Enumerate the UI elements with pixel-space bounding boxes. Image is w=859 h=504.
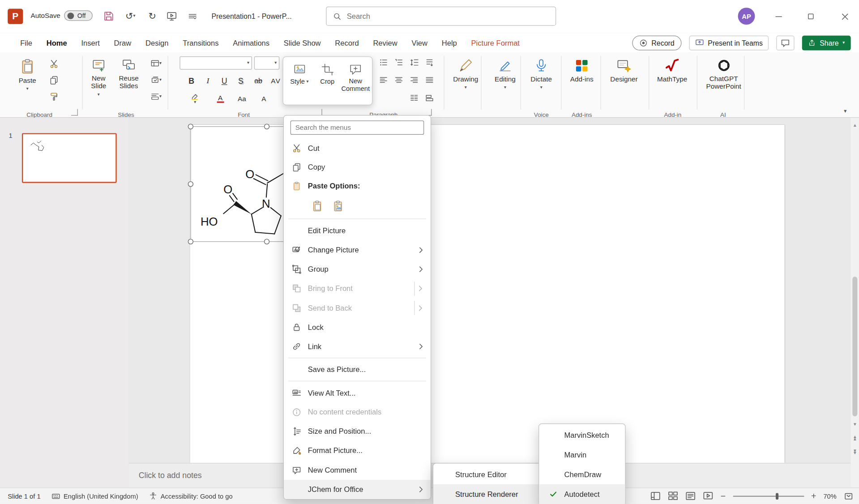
numbering-button[interactable] bbox=[392, 56, 405, 69]
chatgpt-button[interactable]: ChatGPT PowerPoint bbox=[705, 56, 743, 107]
line-spacing-button[interactable] bbox=[408, 56, 421, 69]
scrollbar-thumb[interactable] bbox=[852, 277, 857, 416]
mathtype-button[interactable]: MathType bbox=[655, 56, 689, 107]
save-button[interactable] bbox=[100, 8, 117, 24]
next-slide-button[interactable]: ▼▼ bbox=[851, 446, 859, 457]
fit-slide-to-window-icon[interactable] bbox=[844, 491, 854, 501]
present-in-teams-button[interactable]: Present in Teams bbox=[689, 35, 769, 50]
context-menu-item-change-picture[interactable]: Change Picture bbox=[284, 240, 431, 260]
powerpoint-logo-icon[interactable]: P bbox=[8, 9, 23, 24]
normal-view-icon[interactable] bbox=[650, 491, 661, 501]
tab-transitions[interactable]: Transitions bbox=[175, 33, 226, 52]
autosave-toggle[interactable]: Off bbox=[64, 10, 93, 21]
tab-slide-show[interactable]: Slide Show bbox=[277, 33, 328, 52]
font-color-button[interactable]: A bbox=[210, 91, 230, 106]
scroll-up-arrow[interactable]: ▲ bbox=[851, 121, 859, 129]
context-menu-item-lock[interactable]: Lock bbox=[284, 317, 431, 337]
tab-insert[interactable]: Insert bbox=[74, 33, 107, 52]
submenu-item-structure-renderer[interactable]: Structure Renderer bbox=[433, 484, 553, 504]
cut-button[interactable] bbox=[47, 57, 60, 70]
designer-button[interactable]: Designer bbox=[608, 56, 640, 107]
font-name-combo[interactable]: ▾ bbox=[179, 56, 252, 69]
zoom-slider[interactable] bbox=[733, 495, 804, 496]
submenu-item-chemdraw[interactable]: ChemDraw bbox=[539, 465, 625, 484]
text-direction-button[interactable] bbox=[423, 56, 436, 69]
new-comment-mini-button[interactable]: New Comment bbox=[341, 60, 370, 102]
bold-button[interactable]: B bbox=[184, 73, 199, 88]
undo-button[interactable]: ↺▾ bbox=[120, 8, 141, 24]
zoom-in-button[interactable]: + bbox=[811, 491, 816, 501]
selection-handle[interactable] bbox=[265, 124, 269, 129]
context-menu-search[interactable] bbox=[291, 120, 424, 135]
context-menu-item-link[interactable]: Link bbox=[284, 337, 431, 356]
tab-draw[interactable]: Draw bbox=[107, 33, 138, 52]
drawing-button[interactable]: Drawing ▾ bbox=[450, 56, 481, 107]
submenu-item-marvinsketch[interactable]: MarvinSketch bbox=[539, 425, 625, 445]
reuse-slides-button[interactable]: Reuse Slides bbox=[114, 56, 144, 107]
paste-button[interactable]: Paste ▾ bbox=[12, 56, 43, 107]
record-button[interactable]: Record bbox=[632, 35, 682, 50]
selection-handle[interactable] bbox=[188, 239, 193, 244]
slide-sorter-view-icon[interactable] bbox=[668, 491, 678, 501]
submenu-item-structure-editor[interactable]: Structure Editor bbox=[433, 465, 553, 484]
comments-button[interactable] bbox=[777, 35, 795, 50]
tab-view[interactable]: View bbox=[405, 33, 435, 52]
selection-handle[interactable] bbox=[188, 182, 193, 187]
align-right-button[interactable] bbox=[408, 73, 421, 86]
highlight-color-button[interactable]: ▾ bbox=[185, 91, 205, 106]
align-center-button[interactable] bbox=[392, 73, 405, 86]
context-menu-item-copy[interactable]: Copy bbox=[284, 158, 431, 177]
context-menu-item-view-alt-text[interactable]: View Alt Text... bbox=[284, 383, 431, 402]
paste-as-picture-button[interactable] bbox=[330, 198, 346, 214]
context-menu-item-group[interactable]: Group bbox=[284, 260, 431, 279]
avatar[interactable]: AP bbox=[738, 8, 755, 25]
tab-review[interactable]: Review bbox=[366, 33, 405, 52]
dictate-button[interactable]: Dictate ▾ bbox=[526, 56, 557, 107]
collapse-ribbon-button[interactable]: ▾ bbox=[839, 106, 851, 115]
bullets-button[interactable] bbox=[377, 56, 390, 69]
context-menu-item-format-picture[interactable]: Format Picture... bbox=[284, 441, 431, 460]
clipboard-dialog-launcher[interactable] bbox=[71, 109, 78, 116]
zoom-level[interactable]: 70% bbox=[823, 492, 836, 500]
character-spacing-button[interactable]: AV bbox=[269, 73, 283, 88]
context-menu-search-input[interactable] bbox=[295, 124, 419, 132]
search-bar[interactable] bbox=[326, 7, 556, 26]
crop-button[interactable]: Crop bbox=[313, 60, 341, 102]
context-menu-item-jchem-for-office[interactable]: JChem for Office bbox=[284, 480, 431, 499]
copy-button[interactable] bbox=[47, 73, 60, 86]
minimize-button[interactable] bbox=[766, 0, 791, 33]
change-case-button[interactable]: Aa bbox=[235, 91, 249, 106]
submenu-item-autodetect[interactable]: Autodetect bbox=[539, 484, 625, 504]
tab-picture-format[interactable]: Picture Format bbox=[464, 33, 527, 52]
grow-font-button[interactable]: A bbox=[256, 91, 271, 106]
shape-align-button[interactable] bbox=[423, 91, 436, 104]
reading-view-icon[interactable] bbox=[685, 491, 696, 501]
tab-design[interactable]: Design bbox=[138, 33, 175, 52]
section-button[interactable]: ▾ bbox=[146, 90, 167, 103]
start-slideshow-button[interactable] bbox=[163, 8, 180, 24]
zoom-out-button[interactable]: − bbox=[721, 491, 726, 501]
format-painter-button[interactable] bbox=[47, 90, 60, 103]
search-input[interactable] bbox=[347, 12, 549, 20]
redo-button[interactable]: ↻ bbox=[144, 8, 161, 24]
language-control[interactable]: English (United Kingdom) bbox=[46, 488, 144, 504]
context-menu-item-edit-picture[interactable]: Edit Picture bbox=[284, 221, 431, 240]
editing-button[interactable]: Editing ▾ bbox=[491, 56, 520, 107]
close-button[interactable] bbox=[830, 0, 859, 33]
columns-button[interactable] bbox=[408, 91, 421, 104]
strikethrough-button[interactable]: ab bbox=[251, 73, 266, 88]
selection-handle[interactable] bbox=[188, 124, 193, 129]
justify-button[interactable] bbox=[423, 73, 436, 86]
paste-keep-source-formatting-button[interactable] bbox=[309, 198, 325, 214]
zoom-slider-handle[interactable] bbox=[776, 493, 778, 500]
context-menu-item-save-as-picture[interactable]: Save as Picture... bbox=[284, 360, 431, 379]
accessibility-status[interactable]: Accessibility: Good to go bbox=[144, 488, 238, 504]
font-size-combo[interactable]: ▾ bbox=[254, 56, 279, 69]
tab-animations[interactable]: Animations bbox=[226, 33, 277, 52]
customize-quick-access-button[interactable] bbox=[183, 8, 202, 24]
reset-slide-button[interactable]: ▾ bbox=[146, 73, 167, 86]
new-slide-button[interactable]: New Slide ▾ bbox=[85, 56, 112, 107]
selection-handle[interactable] bbox=[265, 239, 269, 244]
underline-button[interactable]: U bbox=[217, 73, 232, 88]
picture-style-button[interactable]: Style▾ bbox=[286, 60, 313, 102]
